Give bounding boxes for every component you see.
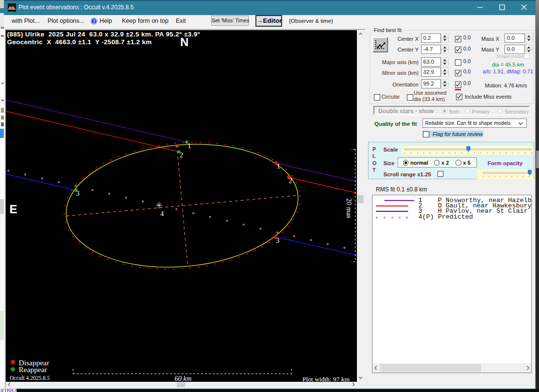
svg-text:1: 1 <box>277 162 280 170</box>
svg-text:Geocentric X 4663.0 ±1.1 Y: Geocentric X 4663.0 ±1.1 Y -2508.7 ±1.2 … <box>7 38 152 46</box>
svg-text:3: 3 <box>76 189 80 197</box>
svg-text:20 mas: 20 mas <box>345 198 353 219</box>
svg-text:Occult 4.2025.8.5: Occult 4.2025.8.5 <box>10 375 50 381</box>
svg-text:2: 2 <box>180 151 183 159</box>
svg-text:E: E <box>10 203 17 216</box>
svg-text:Plot width: 97 km: Plot width: 97 km <box>303 375 350 382</box>
svg-text:2: 2 <box>289 177 292 185</box>
svg-text:N: N <box>180 35 188 49</box>
svg-text:60 km: 60 km <box>174 375 191 382</box>
svg-text:?: ? <box>93 19 95 24</box>
svg-text:1: 1 <box>187 142 191 150</box>
svg-text:(885) Ulrike 2025 Jul 24 63.: (885) Ulrike 2025 Jul 24 63.0 x 32.9 ±2.… <box>7 31 201 38</box>
svg-text:4: 4 <box>160 210 164 218</box>
svg-text:3: 3 <box>276 237 279 244</box>
svg-text:Reappear: Reappear <box>19 365 48 374</box>
